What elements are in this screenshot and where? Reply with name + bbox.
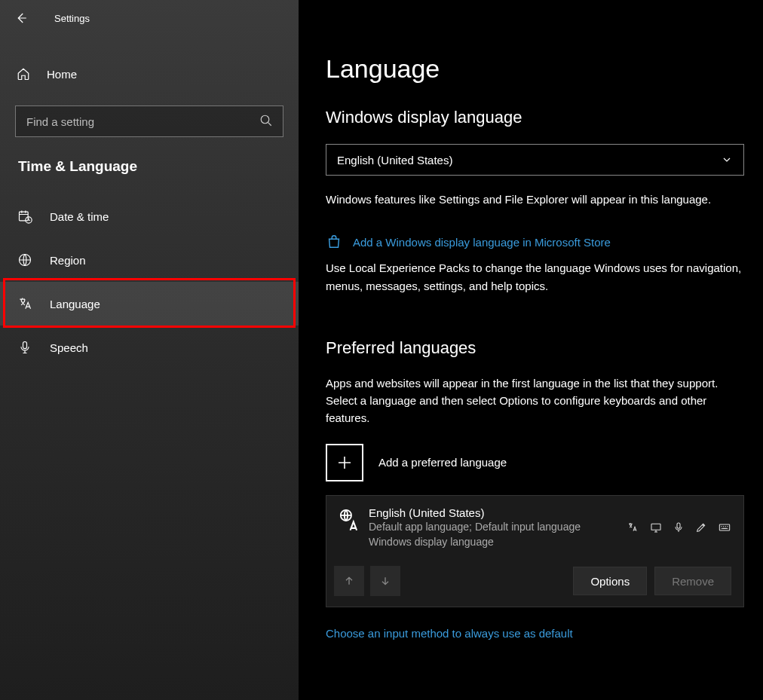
sidebar-item-label: Region [50,254,86,267]
language-subtitle-1: Default app language; Default input lang… [369,519,627,534]
home-link[interactable]: Home [0,56,299,92]
nav-list: Date & time Region Language Speech [0,194,299,369]
svg-rect-7 [677,523,680,528]
language-card[interactable]: English (United States) Default app lang… [326,495,744,608]
preferred-languages-description: Apps and websites will appear in the fir… [326,374,748,427]
svg-rect-6 [651,524,660,530]
speech-icon [673,521,685,533]
sidebar-item-date-time[interactable]: Date & time [0,194,299,238]
store-link[interactable]: Add a Windows display language in Micros… [353,236,611,249]
sidebar-item-speech[interactable]: Speech [0,326,299,369]
sidebar-item-label: Speech [50,341,88,354]
translate-icon [627,521,639,533]
calendar-clock-icon [17,209,33,224]
add-language-button[interactable] [326,444,363,481]
sidebar-item-label: Language [50,298,100,310]
sidebar-item-label: Date & time [50,210,109,223]
globe-icon [17,252,33,267]
window-title: Settings [54,13,90,24]
shopping-bag-icon [326,234,342,250]
language-feature-badges [627,506,731,550]
main-content: Language Windows display language Englis… [299,0,763,700]
move-down-button[interactable] [370,566,400,596]
remove-button[interactable]: Remove [654,567,731,595]
search-input[interactable] [15,105,283,137]
svg-rect-4 [23,342,27,349]
language-name: English (United States) [369,506,627,519]
svg-point-0 [261,115,269,124]
handwriting-icon [695,521,707,533]
category-heading: Time & Language [0,137,299,181]
display-language-description: Windows features like Settings and File … [326,191,748,208]
dropdown-value: English (United States) [337,154,452,167]
sidebar-item-region[interactable]: Region [0,238,299,282]
language-glyph-icon [334,506,369,550]
microphone-icon [17,340,33,355]
display-language-dropdown[interactable]: English (United States) [326,144,744,176]
keyboard-icon [718,521,731,533]
sidebar-item-language[interactable]: Language [0,282,299,326]
chevron-down-icon [721,154,733,166]
titlebar: Settings [0,0,299,36]
search-icon [259,114,273,127]
options-button[interactable]: Options [573,567,647,595]
add-language-label: Add a preferred language [378,456,507,469]
arrow-down-icon [379,575,391,587]
language-icon [17,296,33,311]
move-up-button[interactable] [334,566,364,596]
sidebar: Settings Home Time & Language Date & tim… [0,0,299,700]
language-subtitle-2: Windows display language [369,534,627,549]
svg-rect-1 [20,212,29,221]
preferred-languages-heading: Preferred languages [326,338,748,358]
arrow-left-icon [14,11,28,25]
plus-icon [336,454,354,472]
search-wrap [15,105,283,137]
display-language-heading: Windows display language [326,108,748,127]
page-title: Language [326,54,748,84]
input-method-link[interactable]: Choose an input method to always use as … [326,627,748,640]
display-icon [650,521,662,533]
home-icon [17,67,30,81]
store-description: Use Local Experience Packs to change the… [326,259,748,295]
svg-rect-8 [719,524,729,530]
arrow-up-icon [343,575,355,587]
back-button[interactable] [6,3,36,33]
home-label: Home [47,68,77,81]
